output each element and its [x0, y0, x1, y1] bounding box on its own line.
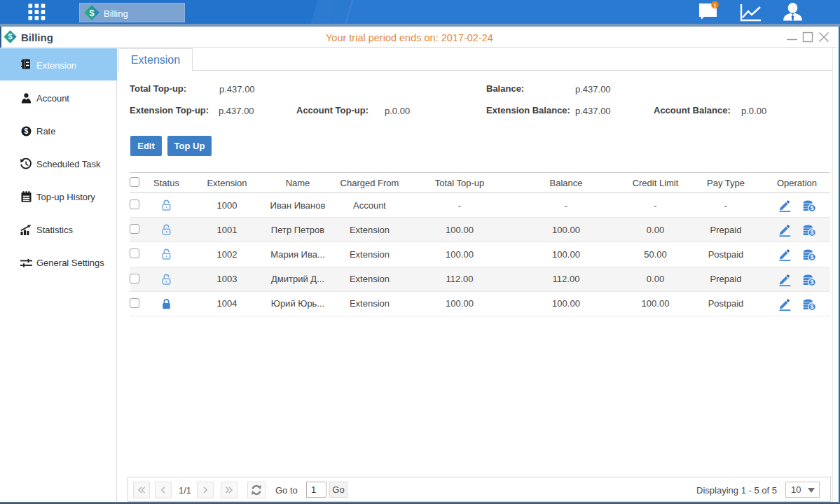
svg-text:$: $: [89, 8, 95, 18]
svg-text:$: $: [8, 32, 12, 41]
svg-text:$: $: [810, 303, 813, 310]
svg-text:$: $: [810, 254, 813, 261]
svg-text:$: $: [810, 230, 813, 237]
svg-text:$: $: [810, 279, 813, 286]
svg-text:$: $: [25, 127, 29, 135]
svg-text:!: !: [714, 2, 716, 9]
svg-text:$: $: [810, 204, 813, 211]
